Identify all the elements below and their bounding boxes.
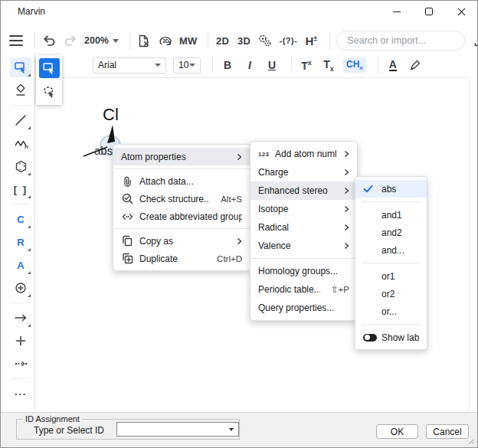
menu-item-valence[interactable]: Valence [250, 237, 357, 255]
menu-item-isotope[interactable]: Isotope [250, 200, 357, 218]
atom-label[interactable]: Cl [103, 105, 119, 125]
plus-circle-icon [15, 282, 27, 294]
menu-item-check-structure[interactable]: Check structure... Alt+S [113, 190, 250, 208]
eraser-icon [15, 84, 27, 96]
chain-icon: n [15, 139, 27, 148]
menu-item-show-labels[interactable]: Show labels [355, 329, 427, 346]
freehand-selection-option[interactable] [39, 82, 60, 102]
minimize-button[interactable] [381, 1, 413, 22]
rotate-3d-button[interactable]: 3D [158, 31, 173, 51]
menu-item-and2[interactable]: and2 [355, 224, 427, 241]
atom-mapping-tool[interactable] [10, 354, 31, 374]
underline-button[interactable]: U [264, 55, 280, 75]
maximize-button[interactable] [413, 1, 445, 22]
ring-template-tool[interactable] [10, 156, 31, 176]
single-bond-tool[interactable] [10, 110, 31, 130]
font-size-select[interactable]: 10 [173, 57, 201, 74]
cancel-button[interactable]: Cancel [426, 424, 469, 439]
search-input[interactable] [347, 35, 454, 46]
wedge-bond [107, 125, 115, 143]
3d-label: 3D [237, 35, 250, 47]
menu-item-label: Homology groups... [258, 266, 349, 276]
subscript-button[interactable]: Tx [321, 55, 336, 75]
any-atom-tool[interactable]: A [10, 255, 31, 275]
maximize-icon [425, 8, 433, 15]
bold-button[interactable]: B [220, 55, 235, 75]
carbon-atom-tool[interactable]: C [10, 209, 31, 229]
menu-item-query-properties[interactable]: Query properties... [250, 299, 357, 317]
chevron-right-icon [344, 224, 349, 231]
menu-item-duplicate[interactable]: Duplicate Ctrl+D [113, 250, 250, 267]
resize-grip[interactable] [468, 438, 475, 445]
rotate-3d-icon: 3D [158, 34, 173, 47]
chemical-format-button[interactable]: CHx [343, 55, 366, 75]
clear-page-icon [137, 34, 150, 47]
lasso-select-icon [43, 86, 56, 98]
menu-item-radical[interactable]: Radical [250, 218, 357, 237]
clean-2d-button[interactable]: 2D [214, 31, 230, 51]
zoom-value: 200% [84, 35, 109, 46]
zoom-control[interactable]: 200% [84, 35, 119, 46]
id-select-combobox[interactable] [116, 422, 239, 437]
undo-button[interactable] [41, 31, 57, 51]
redo-button[interactable] [63, 31, 78, 51]
font-family-select[interactable]: Arial [93, 57, 166, 74]
group-brackets-tool[interactable]: [ ] [10, 179, 31, 199]
font-color-label: A [389, 59, 397, 71]
ok-button[interactable]: OK [376, 424, 418, 439]
clean-3d-button[interactable]: 3D [236, 31, 251, 51]
search-box[interactable] [336, 31, 465, 51]
font-color-button[interactable]: A [385, 55, 401, 75]
rectangle-selection-option[interactable] [39, 58, 60, 78]
eraser-tool[interactable] [10, 80, 31, 100]
menu-divider [113, 228, 250, 229]
menu-item-atom-properties[interactable]: Atom properties [113, 148, 250, 165]
ellipsis-icon: ··· [15, 388, 27, 400]
menu-item-homology-groups[interactable]: Homology groups... [250, 262, 357, 280]
menu-item-and-custom[interactable]: and... [355, 241, 427, 259]
reaction-arrow-tool[interactable] [10, 308, 31, 328]
superscript-label: Tx [301, 59, 312, 72]
main-menu-button[interactable] [8, 31, 24, 51]
export-button[interactable] [473, 31, 478, 51]
titlebar: Marvin [1, 1, 477, 22]
menu-item-label: Duplicate [139, 253, 206, 264]
calculations-button[interactable] [257, 31, 273, 51]
atom-properties-submenu: 123 Add atom numbers Charge Enhanced ste… [250, 141, 358, 321]
chain-tool[interactable]: n [10, 133, 31, 153]
menu-item-label: Query properties... [258, 302, 349, 313]
id-select-input[interactable] [117, 423, 229, 436]
menu-item-attach-data[interactable]: Attach data... [113, 172, 250, 190]
query-atoms-button[interactable]: -(?)- [279, 31, 297, 51]
reaction-plus-tool[interactable] [10, 331, 31, 351]
menu-item-and1[interactable]: and1 [355, 206, 427, 224]
sidebar-separator [11, 105, 31, 106]
menu-item-or2[interactable]: or2 [355, 285, 427, 302]
toggle-on-icon[interactable] [363, 334, 377, 342]
highlighter-button[interactable] [408, 55, 423, 75]
more-tools-button[interactable]: ··· [10, 384, 31, 404]
numbers-icon: 123 [258, 151, 270, 158]
clear-canvas-button[interactable] [136, 31, 152, 51]
download-icon [473, 34, 478, 47]
close-button[interactable] [445, 1, 477, 22]
menu-item-or-custom[interactable]: or... [355, 302, 427, 320]
menu-item-enhanced-stereo[interactable]: Enhanced stereo [250, 181, 357, 200]
molecular-weight-button[interactable]: MW [179, 31, 198, 51]
menu-item-periodic-table[interactable]: Periodic table... ⇧+P [250, 280, 357, 299]
toolbar-separator [212, 57, 213, 74]
italic-button[interactable]: I [242, 55, 257, 75]
menu-item-label: or... [381, 306, 419, 317]
menu-item-abs[interactable]: abs [355, 180, 427, 198]
charge-tool[interactable] [10, 278, 31, 298]
hydrogens-button[interactable]: H± [303, 31, 319, 51]
menu-item-charge[interactable]: Charge [250, 163, 357, 181]
menu-item-or1[interactable]: or1 [355, 267, 427, 285]
rectangle-selection-tool[interactable] [10, 57, 31, 77]
menu-item-copy-as[interactable]: Copy as [113, 232, 250, 250]
menu-item-create-abbreviated-group[interactable]: Create abbreviated group... [113, 208, 250, 225]
superscript-button[interactable]: Tx [299, 55, 314, 75]
close-icon [457, 8, 466, 16]
menu-item-add-atom-numbers[interactable]: 123 Add atom numbers [250, 145, 357, 163]
rgroup-tool[interactable]: R [10, 232, 31, 252]
